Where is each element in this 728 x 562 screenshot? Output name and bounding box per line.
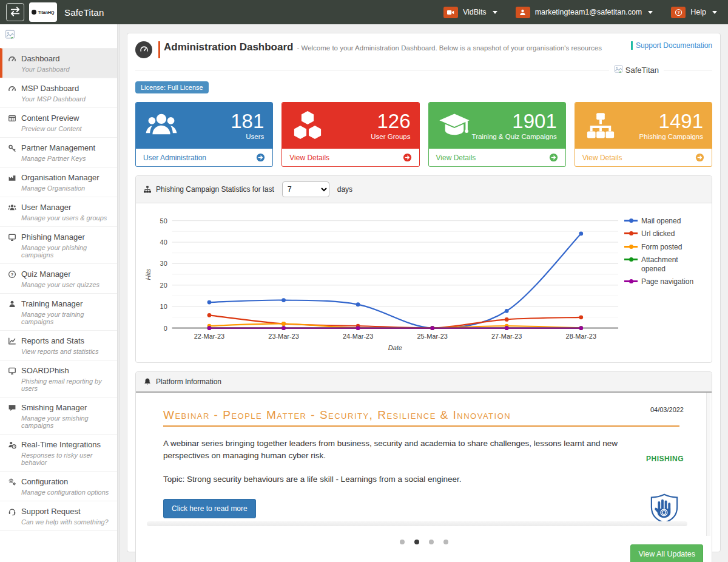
- stat-card-training-quiz-campaigns: 1901Training & Quiz CampaignsView Detail…: [428, 102, 566, 167]
- sidebar-item-sublabel: Phishing email reporting by users: [21, 377, 111, 392]
- sidebar-item-label: Support Request: [21, 507, 81, 516]
- sidebar-item-label: Organisation Manager: [21, 173, 99, 182]
- account-email: marketingteam1@safetitan.com: [535, 8, 642, 16]
- broken-image-icon: [614, 64, 623, 75]
- days-suffix-label: days: [337, 185, 352, 194]
- svg-text:10: 10: [160, 303, 167, 310]
- support-documentation-link[interactable]: Support Documentation: [631, 41, 712, 50]
- sidebar-item-sublabel: Manage Organisation: [21, 185, 111, 192]
- video-icon: [443, 7, 458, 18]
- legend-item: Attachment opened: [624, 256, 697, 273]
- svg-text:0: 0: [164, 325, 167, 332]
- stat-card-top: 1491Phishing Campaigns: [575, 103, 712, 149]
- monitor-icon: [8, 367, 16, 375]
- panel-scrollbar[interactable]: [706, 393, 710, 536]
- brand-divider: SafeTitan: [135, 64, 712, 75]
- sidebar-item-sublabel: Manage your users & groups: [21, 214, 111, 222]
- view-all-updates-button[interactable]: View All Updates: [630, 544, 703, 562]
- sidebar-menu: DashboardYour DashboardMSP DashboardYour…: [0, 48, 117, 531]
- sidebar-item-msp-dashboard[interactable]: MSP DashboardYour MSP Dashboard: [0, 78, 117, 107]
- stat-label: Users: [231, 133, 264, 140]
- carousel-dot-1[interactable]: [400, 540, 405, 544]
- webinar-title: Webinar - People Matter - Security, Resi…: [163, 408, 679, 427]
- days-select[interactable]: 7: [282, 181, 329, 197]
- titanhq-logo: TitanHQ: [29, 2, 57, 22]
- sidebar-item-sublabel: Manage your phishing campaigns: [21, 244, 111, 259]
- sidebar-item-partner-management[interactable]: Partner ManagementManage Partner Keys: [0, 137, 117, 167]
- app-brand: SafeTitan: [64, 7, 104, 18]
- sidebar-item-support-request[interactable]: Support RequestCan we help with somethin…: [0, 501, 117, 531]
- sidebar-item-organisation-manager[interactable]: Organisation ManagerManage Organisation: [0, 167, 117, 197]
- stat-value: 1491: [639, 111, 703, 132]
- phishing-stats-header: Phishing Campaign Statistics for last 7 …: [136, 176, 712, 203]
- arrow-circle-right-icon: [549, 153, 558, 162]
- sidebar-item-phishing-manager[interactable]: Phishing ManagerManage your phishing cam…: [0, 226, 117, 263]
- legend-item: Url clicked: [624, 229, 697, 238]
- sidebar-item-real-time-integrations[interactable]: Real-Time IntegrationsResponses to risky…: [0, 434, 117, 471]
- svg-text:22-Mar-23: 22-Mar-23: [194, 333, 224, 340]
- stat-value: 1901: [472, 111, 557, 132]
- sidebar-item-sublabel: Responses to risky user behavior: [21, 452, 111, 466]
- sidebar-item-user-manager[interactable]: User ManagerManage your users & groups: [0, 197, 117, 226]
- switch-account-button[interactable]: [6, 3, 24, 21]
- sidebar-item-configuration[interactable]: ConfigurationManage configuration option…: [0, 471, 117, 501]
- carousel-dot-3[interactable]: [429, 540, 434, 544]
- bell-icon: [143, 377, 152, 386]
- help-menu[interactable]: ? Help: [671, 7, 717, 18]
- carousel-dot-2[interactable]: [414, 540, 419, 544]
- platform-information-panel: Platform Information 04/03/2022 Webinar …: [135, 371, 712, 562]
- stat-card-footer-link[interactable]: User Administration: [136, 149, 272, 166]
- vidbits-label: VidBits: [463, 8, 487, 16]
- users-icon: [144, 110, 178, 141]
- account-menu[interactable]: marketingteam1@safetitan.com: [516, 7, 653, 18]
- sidebar-item-label: Training Manager: [21, 299, 83, 308]
- sidebar-item-label: SOARDPhish: [21, 366, 69, 375]
- trainee-icon: [8, 300, 16, 308]
- stat-card-footer-link[interactable]: View Details: [575, 149, 712, 166]
- comment-icon: [8, 404, 16, 412]
- sidebar-item-soardphish[interactable]: SOARDPhishPhishing email reporting by us…: [0, 360, 117, 397]
- sidebar-item-quiz-manager[interactable]: ?Quiz ManagerManage your user quizzes: [0, 263, 117, 293]
- users-icon: [8, 203, 16, 212]
- sidebar-item-label: MSP Dashboard: [21, 84, 79, 93]
- sidebar-item-label: Real-Time Integrations: [21, 440, 101, 449]
- legend-item: Form posted: [624, 243, 697, 251]
- sidebar-item-dashboard[interactable]: DashboardYour Dashboard: [0, 48, 117, 78]
- phishing-stats-panel: Phishing Campaign Statistics for last 7 …: [135, 175, 712, 363]
- sidebar-item-label: Quiz Manager: [21, 269, 71, 279]
- svg-text:Hits: Hits: [144, 268, 152, 280]
- stat-label: Phishing Campaigns: [639, 133, 703, 140]
- divider-line: [664, 70, 712, 70]
- legend-marker: [624, 220, 638, 222]
- stat-card-top: 126User Groups: [282, 103, 419, 149]
- sidebar-item-label: Configuration: [21, 477, 68, 486]
- sidebar-item-sublabel: Your Dashboard: [21, 66, 111, 73]
- stat-card-phishing-campaigns: 1491Phishing CampaignsView Details: [575, 102, 712, 167]
- sidebar-item-label: User Manager: [21, 203, 71, 212]
- gauge-icon: [8, 55, 16, 63]
- svg-text:30: 30: [160, 260, 167, 267]
- cubes-icon: [291, 110, 325, 141]
- sidebar-item-reports-and-stats[interactable]: Reports and StatsView reports and statis…: [0, 330, 117, 360]
- carousel-scrollbar[interactable]: [147, 521, 687, 526]
- read-more-button[interactable]: Click here to read more: [163, 499, 256, 518]
- gears-icon: [8, 478, 16, 486]
- stat-footer-label: User Administration: [143, 154, 206, 162]
- sidebar-item-content-preview[interactable]: Content PreviewPreview our Content: [0, 107, 117, 137]
- sidebar-item-training-manager[interactable]: Training ManagerManage your training cam…: [0, 293, 117, 330]
- sidebar-item-smishing-manager[interactable]: Smishing ManagerManage your smishing cam…: [0, 397, 117, 434]
- vidbits-menu[interactable]: VidBits: [443, 7, 497, 18]
- sidebar: DashboardYour DashboardMSP DashboardYour…: [0, 24, 117, 562]
- sitemap-icon: [584, 110, 618, 141]
- stat-card-footer-link[interactable]: View Details: [429, 149, 565, 166]
- user-icon: [516, 7, 530, 18]
- sitemap-icon: [143, 185, 152, 194]
- svg-text:24-Mar-23: 24-Mar-23: [343, 333, 373, 340]
- svg-text:28-Mar-23: 28-Mar-23: [566, 333, 596, 340]
- svg-text:?: ?: [11, 271, 14, 277]
- stat-card-top: 181Users: [136, 103, 272, 149]
- headset-icon: [8, 507, 16, 516]
- stat-card-footer-link[interactable]: View Details: [282, 149, 419, 166]
- svg-text:40: 40: [160, 239, 167, 246]
- carousel-dot-4[interactable]: [443, 540, 448, 544]
